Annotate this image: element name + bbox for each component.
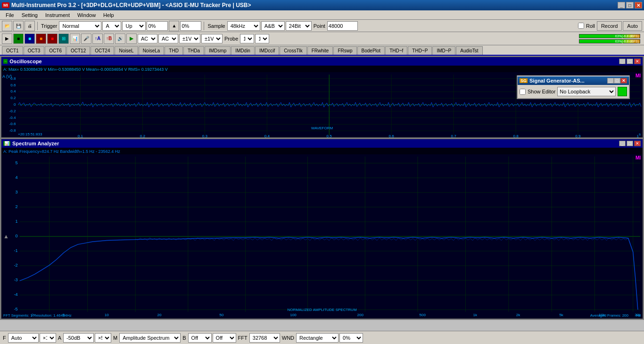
tb2-icon2[interactable]: ■: [13, 34, 24, 44]
spec-frame-info: Averaged Frames: 200: [590, 313, 628, 318]
tab-thdf[interactable]: THD~f: [385, 46, 407, 55]
roll-checkbox[interactable]: [578, 23, 584, 29]
tb2-icon7[interactable]: 📊: [70, 34, 80, 44]
record-button[interactable]: Record: [597, 21, 622, 31]
tab-imddin[interactable]: IMDdin: [231, 46, 255, 55]
sample-rate-select[interactable]: 48kHz: [227, 21, 260, 31]
tb2-icon8[interactable]: 🎤: [81, 34, 91, 44]
spec-xlabel: NORMALIZED AMPLITUDE SPECTRUM: [287, 308, 356, 312]
menu-file[interactable]: File: [2, 11, 18, 19]
tab-noisела[interactable]: NoiseLa: [139, 46, 165, 55]
pct-select[interactable]: 0%: [339, 333, 363, 343]
tb2-icon12[interactable]: ▶: [126, 34, 137, 44]
wnd-select[interactable]: Rectangle: [296, 333, 339, 343]
tab-frwhite[interactable]: FRwhite: [307, 46, 333, 55]
direction-select[interactable]: Up: [122, 21, 146, 31]
auto-button[interactable]: Auto: [623, 21, 642, 31]
svg-text:0.2: 0.2: [140, 134, 146, 137]
spec-scroll-arrow[interactable]: ▲: [3, 233, 9, 240]
tab-crosstlk[interactable]: CrossTlk: [280, 46, 306, 55]
spec-minimize-button[interactable]: _: [619, 141, 626, 146]
tb2-v-select2[interactable]: ±1V: [201, 34, 223, 43]
show-editor-checkbox[interactable]: [520, 89, 526, 95]
spec-close-button[interactable]: ✕: [634, 141, 641, 146]
tab-audiotst[interactable]: AudioTst: [456, 46, 482, 55]
tab-imdp[interactable]: IMD~P: [432, 46, 455, 55]
osc-stats-bar: A: Max= 0.53088439 V Min=-0.53088450 V M…: [1, 66, 643, 72]
tab-oct1[interactable]: OCT1: [2, 46, 23, 55]
osc-close-button[interactable]: ✕: [634, 59, 641, 64]
loopback-select[interactable]: No Loopback: [557, 87, 616, 96]
a-db-select[interactable]: -50dB: [63, 333, 94, 343]
menu-window[interactable]: Window: [74, 11, 99, 19]
f-mult-select[interactable]: ×1: [40, 333, 56, 343]
tab-bodeplot[interactable]: BodePlot: [357, 46, 385, 55]
channel-select[interactable]: A: [102, 21, 121, 31]
tab-oct24[interactable]: OCT24: [91, 46, 114, 55]
tb2-icon6[interactable]: ⊞: [58, 34, 69, 44]
menu-help[interactable]: Help: [99, 11, 118, 19]
a-mult-select[interactable]: ×5: [95, 333, 111, 343]
level-bar-b: 63%(-6.8 dBFS): [579, 39, 640, 43]
point-input[interactable]: [327, 21, 358, 31]
b-select2[interactable]: Off: [213, 333, 236, 343]
close-button[interactable]: ✕: [635, 2, 642, 8]
print-icon[interactable]: 🖨: [25, 21, 35, 31]
probe-label: Probe: [224, 36, 238, 42]
f-auto-select[interactable]: Auto: [8, 333, 39, 343]
menu-instrument[interactable]: Instrument: [41, 11, 74, 19]
tb2-icon9[interactable]: ↑A: [92, 34, 103, 44]
tab-thd[interactable]: THD: [165, 46, 183, 55]
tab-thda[interactable]: THDa: [183, 46, 204, 55]
a-label: A: [58, 335, 61, 341]
tab-imdsmp[interactable]: IMDsmp: [205, 46, 231, 55]
menu-setting[interactable]: Setting: [18, 11, 41, 19]
fft-value-select[interactable]: 32768: [249, 333, 280, 343]
sig-gen-run-button[interactable]: [618, 87, 627, 96]
b-select1[interactable]: Off: [188, 333, 212, 343]
pct2-input[interactable]: [180, 21, 201, 31]
ab-mode-select[interactable]: A&B: [261, 21, 285, 31]
osc-maximize-button[interactable]: □: [627, 59, 633, 64]
tab-thdp[interactable]: THD~P: [408, 46, 432, 55]
tab-imdccif[interactable]: IMDccif: [255, 46, 279, 55]
tab-noisел[interactable]: NoiseL: [115, 46, 138, 55]
tab-oct3[interactable]: OCT3: [24, 46, 45, 55]
tb2-icon4[interactable]: ■: [36, 34, 46, 44]
tb2-icon3[interactable]: ■: [25, 34, 35, 44]
sig-gen-minimize-button[interactable]: _: [607, 78, 614, 84]
probe-select2[interactable]: 1: [255, 34, 269, 43]
tb2-icon10[interactable]: ↑B: [104, 34, 114, 44]
tb2-ac-select2[interactable]: AC: [158, 34, 178, 43]
maximize-button[interactable]: □: [626, 2, 634, 8]
pct1-input[interactable]: [147, 21, 168, 31]
tab-oct12[interactable]: OCT12: [66, 46, 90, 55]
open-icon[interactable]: 📂: [2, 21, 12, 31]
osc-title: ~ Oscilloscope: [3, 59, 42, 64]
level-meter-a: 63%(-6.8 dBFS): [579, 34, 640, 38]
tb2-v-select1[interactable]: ±1V: [179, 34, 200, 43]
trigger-mode-select[interactable]: Normal: [59, 21, 101, 31]
sig-gen-maximize-button[interactable]: □: [614, 78, 620, 84]
spec-maximize-button[interactable]: □: [627, 141, 633, 146]
probe-select1[interactable]: 1: [240, 34, 254, 43]
up-arrow-icon[interactable]: ▲: [169, 21, 179, 31]
tb2-icon1[interactable]: ▶: [2, 34, 12, 44]
osc-minimize-button[interactable]: _: [619, 59, 626, 64]
minimize-button[interactable]: _: [618, 2, 625, 8]
tb2-icon11[interactable]: 🔊: [115, 34, 125, 44]
svg-text:-0.8: -0.8: [9, 128, 16, 133]
m-mode-select[interactable]: Amplitude Spectrum: [119, 333, 181, 343]
bit-depth-select[interactable]: 24Bit: [286, 21, 312, 31]
tab-frswp[interactable]: FRswp: [333, 46, 356, 55]
tb2-icon5[interactable]: ■: [47, 34, 58, 44]
svg-text:-3: -3: [14, 277, 17, 282]
sig-gen-close-button[interactable]: ✕: [620, 78, 627, 84]
svg-text:1: 1: [15, 219, 17, 224]
spec-title-text: Spectrum Analyzer: [12, 141, 59, 146]
separator2: [204, 22, 204, 30]
svg-text:3: 3: [15, 190, 17, 194]
tb2-ac-select1[interactable]: AC: [138, 34, 157, 43]
tab-oct6[interactable]: OCT6: [45, 46, 66, 55]
save-icon[interactable]: 💾: [13, 21, 24, 31]
